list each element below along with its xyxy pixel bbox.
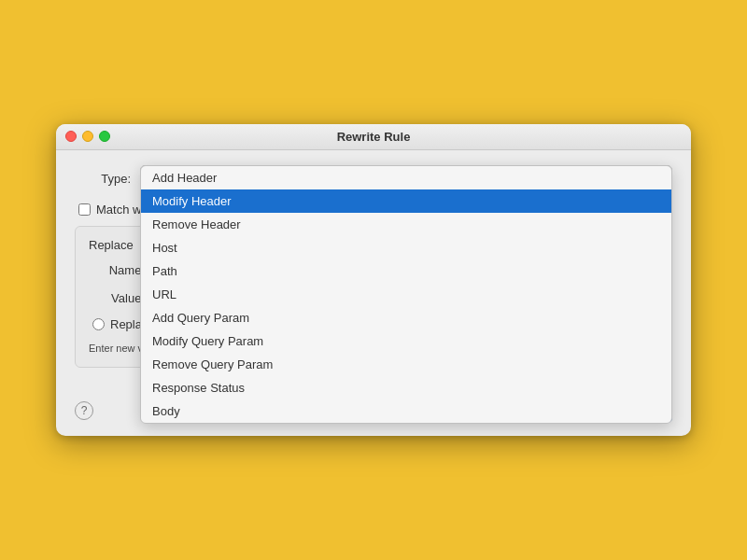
- dropdown-item-body[interactable]: Body: [141, 399, 671, 423]
- type-row: Type: Modify Header ▼ Add Header Modify …: [75, 165, 672, 189]
- match-whole-value-checkbox[interactable]: [78, 203, 91, 216]
- titlebar: Rewrite Rule: [56, 124, 691, 150]
- dropdown-item-modify-query-param[interactable]: Modify Query Param: [141, 329, 671, 353]
- type-label: Type:: [75, 168, 140, 186]
- titlebar-buttons: [65, 131, 110, 142]
- replace-first-radio[interactable]: [92, 318, 105, 330]
- close-button[interactable]: [65, 131, 77, 142]
- dropdown-item-response-status[interactable]: Response Status: [141, 376, 671, 399]
- dropdown-menu: Add Header Modify Header Remove Header H…: [140, 165, 672, 424]
- dropdown-item-url[interactable]: URL: [141, 283, 671, 306]
- dropdown-item-remove-query-param[interactable]: Remove Query Param: [141, 353, 671, 376]
- maximize-button[interactable]: [99, 131, 110, 142]
- dropdown-item-modify-header[interactable]: Modify Header: [141, 189, 671, 213]
- minimize-button[interactable]: [82, 131, 93, 142]
- help-button[interactable]: ?: [75, 401, 93, 420]
- dropdown-item-host[interactable]: Host: [141, 236, 671, 259]
- dialog-window: Rewrite Rule Type: Modify Header ▼ Add H…: [56, 124, 691, 437]
- dropdown-item-add-header[interactable]: Add Header: [141, 166, 671, 189]
- type-dropdown-wrapper: Modify Header ▼ Add Header Modify Header…: [140, 165, 672, 189]
- window-body: Type: Modify Header ▼ Add Header Modify …: [56, 150, 691, 384]
- dropdown-item-remove-header[interactable]: Remove Header: [141, 213, 671, 236]
- dropdown-item-path[interactable]: Path: [141, 259, 671, 283]
- dropdown-item-add-query-param[interactable]: Add Query Param: [141, 306, 671, 329]
- window-title: Rewrite Rule: [337, 130, 411, 144]
